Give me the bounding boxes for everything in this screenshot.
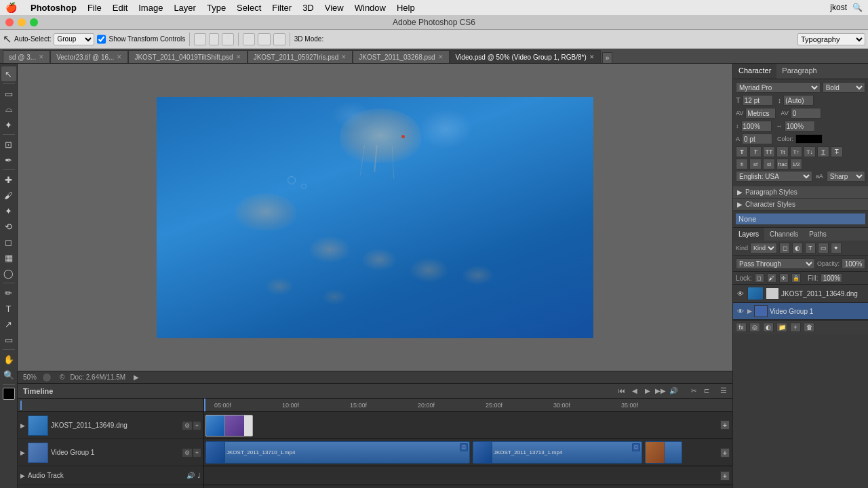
auto-select-dropdown[interactable]: Group Layer bbox=[54, 33, 94, 45]
style-liga[interactable]: fi bbox=[736, 159, 748, 169]
lock-transparent[interactable]: ◻ bbox=[755, 273, 764, 283]
filter-adjust[interactable]: ◐ bbox=[792, 243, 803, 253]
type-tool[interactable]: T bbox=[1, 301, 16, 316]
healing-tool[interactable]: ✚ bbox=[1, 172, 16, 187]
trim-btn[interactable]: ✂ bbox=[688, 386, 699, 396]
style-alt[interactable]: sf bbox=[749, 159, 762, 169]
brush-tool[interactable]: 🖌 bbox=[1, 188, 16, 203]
path-tool[interactable]: ↗ bbox=[1, 317, 16, 331]
vscale-input[interactable] bbox=[741, 121, 772, 131]
minimize-button[interactable] bbox=[18, 18, 26, 26]
canvas-container[interactable] bbox=[18, 64, 732, 371]
menu-view[interactable]: View bbox=[319, 0, 349, 15]
style-strike[interactable]: T̶ bbox=[831, 146, 843, 157]
fill-input[interactable] bbox=[821, 273, 842, 283]
clip-13710[interactable]: JKOST_2011_13710_1.mp4 ⊡ bbox=[205, 441, 470, 464]
align-hcenter-btn[interactable]: ↔ bbox=[258, 33, 271, 45]
menu-image[interactable]: Image bbox=[133, 0, 168, 15]
track-add-2[interactable]: + bbox=[193, 449, 201, 457]
font-style-select[interactable]: Bold Regular Italic bbox=[823, 82, 865, 93]
menu-window[interactable]: Window bbox=[349, 0, 391, 15]
gradient-tool[interactable]: ▦ bbox=[1, 250, 16, 265]
character-styles-header[interactable]: ▶ Character Styles bbox=[733, 199, 868, 211]
new-group-btn[interactable]: 📁 bbox=[776, 323, 787, 332]
new-layer-btn[interactable]: + bbox=[790, 323, 801, 332]
menu-edit[interactable]: Edit bbox=[107, 0, 133, 15]
layer-vis-dng[interactable]: 👁 bbox=[736, 289, 745, 298]
filter-smart[interactable]: ✦ bbox=[831, 243, 842, 253]
play-btn[interactable]: ▶ bbox=[642, 386, 653, 396]
style-frac[interactable]: frac bbox=[776, 159, 789, 169]
tab-iris[interactable]: JKOST_2011_05927Iris.psd ✕ bbox=[248, 50, 353, 63]
clip-13713[interactable]: JKOST_2011_13713_1.mp4 ⊡ bbox=[473, 441, 642, 464]
style-sub[interactable]: T↓ bbox=[804, 146, 816, 157]
style-bold[interactable]: T bbox=[736, 146, 748, 157]
tab-vector[interactable]: Vector23.tif @ 16... ✕ bbox=[50, 50, 128, 63]
menu-3d[interactable]: 3D bbox=[297, 0, 319, 15]
style-ord[interactable]: 1/2 bbox=[790, 159, 802, 169]
group-expand-icon[interactable]: ▶ bbox=[747, 308, 752, 314]
goto-start-btn[interactable]: ⏮ bbox=[616, 386, 627, 396]
add-media-1[interactable]: + bbox=[720, 420, 730, 430]
step-fwd-btn[interactable]: ▶▶ bbox=[655, 386, 666, 396]
menu-layer[interactable]: Layer bbox=[168, 0, 201, 15]
menu-file[interactable]: File bbox=[82, 0, 107, 15]
tab-close-iris[interactable]: ✕ bbox=[341, 54, 347, 60]
style-smallcaps[interactable]: Tt bbox=[776, 146, 789, 157]
lock-image[interactable]: 🖌 bbox=[767, 273, 776, 283]
audio-btn[interactable]: 🔊 bbox=[668, 386, 679, 396]
pen-tool[interactable]: ✏ bbox=[1, 285, 16, 300]
shape-tool[interactable]: ▭ bbox=[1, 332, 16, 347]
tab-close-tiltshift[interactable]: ✕ bbox=[236, 54, 241, 60]
tab-close-03268[interactable]: ✕ bbox=[438, 54, 443, 60]
filter-type[interactable]: T bbox=[805, 243, 816, 253]
kind-filter[interactable]: Kind bbox=[750, 243, 777, 253]
apple-menu[interactable]: 🍎 bbox=[5, 2, 17, 13]
tab-tiltshift[interactable]: JKOST_2011_04019TiltShift.psd ✕ bbox=[128, 50, 247, 63]
tab-character[interactable]: Character bbox=[733, 64, 776, 79]
clip-small[interactable] bbox=[645, 441, 682, 464]
lasso-tool[interactable]: ⌓ bbox=[1, 102, 16, 117]
audio-note-icon[interactable]: ♩ bbox=[197, 472, 201, 479]
menu-help[interactable]: Help bbox=[391, 0, 420, 15]
add-media-2[interactable]: + bbox=[720, 448, 730, 458]
menu-type[interactable]: Type bbox=[201, 0, 231, 15]
track-settings-2[interactable]: ⚙ bbox=[182, 449, 192, 457]
tab-close-video[interactable]: ✕ bbox=[589, 54, 595, 60]
new-adj-btn[interactable]: ◐ bbox=[763, 323, 774, 332]
antialiasing-select[interactable]: Sharp Crisp Strong Smooth bbox=[827, 171, 865, 182]
leading-input[interactable] bbox=[783, 95, 814, 106]
window-controls[interactable] bbox=[5, 18, 38, 26]
crop-tool[interactable]: ⊡ bbox=[1, 137, 16, 152]
step-back-btn[interactable]: ◀ bbox=[629, 386, 640, 396]
tab-sd[interactable]: sd @ 3... ✕ bbox=[3, 50, 50, 63]
show-transform-checkbox[interactable] bbox=[97, 33, 106, 45]
style-super[interactable]: T↑ bbox=[790, 146, 802, 157]
align-right-btn[interactable]: ➡ bbox=[273, 33, 285, 45]
style-allcaps[interactable]: TT bbox=[763, 146, 775, 157]
kerning-input[interactable] bbox=[745, 108, 776, 119]
font-family-select[interactable]: Myriad Pro bbox=[736, 82, 821, 93]
maximize-button[interactable] bbox=[30, 18, 38, 26]
layer-item-group[interactable]: 👁 ▶ Video Group 1 bbox=[733, 303, 868, 320]
tab-03268[interactable]: JKOST_2011_03268.psd ✕ bbox=[353, 50, 449, 63]
hand-tool[interactable]: ✋ bbox=[1, 352, 16, 367]
track-settings-1[interactable]: ⚙ bbox=[182, 422, 192, 430]
foreground-color[interactable] bbox=[3, 388, 15, 400]
close-button[interactable] bbox=[5, 18, 14, 26]
lock-all[interactable]: 🔒 bbox=[791, 273, 801, 283]
delete-layer-btn[interactable]: 🗑 bbox=[804, 323, 814, 332]
tab-channels[interactable]: Channels bbox=[764, 228, 804, 241]
tab-paths[interactable]: Paths bbox=[804, 228, 832, 241]
search-icon[interactable]: 🔍 bbox=[852, 3, 863, 12]
menu-filter[interactable]: Filter bbox=[267, 0, 297, 15]
clip-initial[interactable] bbox=[205, 415, 253, 436]
menu-select[interactable]: Select bbox=[231, 0, 267, 15]
dodge-tool[interactable]: ◯ bbox=[1, 266, 16, 281]
blend-mode-select[interactable]: Pass Through Normal Multiply Screen bbox=[736, 258, 815, 269]
menu-photoshop[interactable]: Photoshop bbox=[25, 0, 82, 15]
layer-vis-group[interactable]: 👁 bbox=[736, 306, 745, 316]
align-left-btn[interactable]: ⬅ bbox=[243, 33, 255, 45]
hscale-input[interactable] bbox=[785, 121, 815, 131]
add-mask-btn[interactable]: ◎ bbox=[749, 323, 760, 332]
